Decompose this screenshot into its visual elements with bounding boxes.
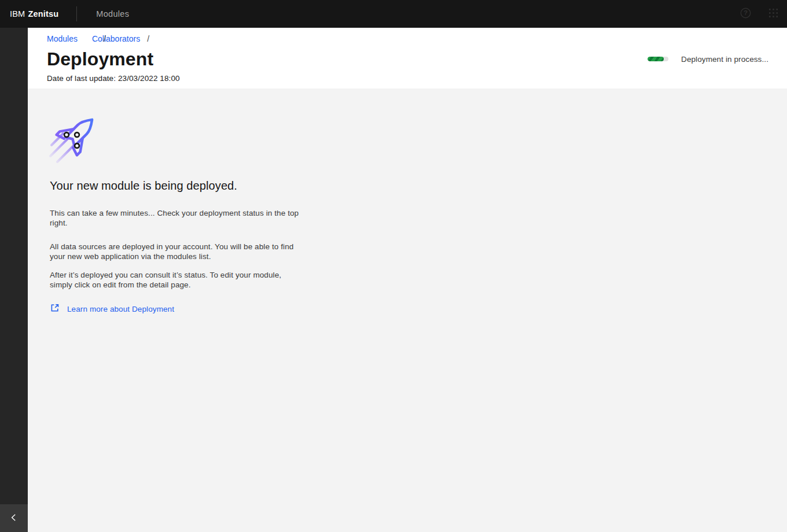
paragraph-status-hint: This can take a few minutes... Check you…: [50, 209, 300, 228]
header-app-title: Modules: [96, 9, 129, 19]
main-area: Modules/Collaborators/ Deployment Deploy…: [28, 28, 787, 532]
content-panel: Your new module is being deployed. This …: [28, 88, 787, 532]
breadcrumb-separator-trailing: /: [147, 34, 149, 43]
logo-prefix: IBM: [10, 9, 25, 19]
chevron-left-icon: [9, 513, 19, 524]
page-title: Deployment: [47, 48, 153, 70]
sidebar-collapse-button[interactable]: [0, 504, 28, 532]
last-update-text: Date of last update: 23/03/2022 18:00: [47, 74, 768, 83]
left-sidebar: [0, 28, 28, 532]
header-divider: [76, 6, 77, 21]
help-button[interactable]: ?: [731, 0, 759, 28]
breadcrumb: Modules/Collaborators/: [47, 34, 768, 44]
paragraph-data-sources: All data sources are deployed in your ac…: [50, 242, 300, 261]
content-heading: Your new module is being deployed.: [50, 178, 768, 193]
breadcrumb-separator: /: [104, 34, 106, 44]
deployment-status-label: Deployment in process...: [681, 55, 768, 64]
breadcrumb-link-collaborators[interactable]: Collaborators: [92, 34, 140, 43]
title-row: Deployment Deployment in process...: [47, 48, 768, 70]
learn-more-label: Learn more about Deployment: [67, 305, 174, 313]
breadcrumb-link-modules[interactable]: Modules: [47, 34, 78, 43]
top-header: IBMZenitsu Modules ?: [0, 0, 787, 28]
page-header: Modules/Collaborators/ Deployment Deploy…: [28, 28, 787, 88]
app-switcher-grid-icon: [768, 8, 778, 20]
svg-text:?: ?: [743, 9, 747, 16]
app-switcher-button[interactable]: [759, 0, 787, 28]
learn-more-link[interactable]: Learn more about Deployment: [50, 303, 174, 315]
logo-name: Zenitsu: [28, 9, 58, 19]
paragraph-after-deploy: After it’s deployed you can consult it’s…: [50, 271, 300, 290]
deployment-progress-bar: [648, 57, 668, 61]
deployment-status: Deployment in process...: [648, 55, 768, 64]
progress-fill: [648, 57, 664, 61]
breadcrumb-crumb2-wrap: /Collaborators: [92, 34, 140, 44]
launch-icon: [50, 303, 60, 315]
rocket-illustration: [47, 110, 101, 163]
help-icon: ?: [740, 7, 752, 21]
ibm-logo[interactable]: IBMZenitsu: [0, 9, 58, 19]
